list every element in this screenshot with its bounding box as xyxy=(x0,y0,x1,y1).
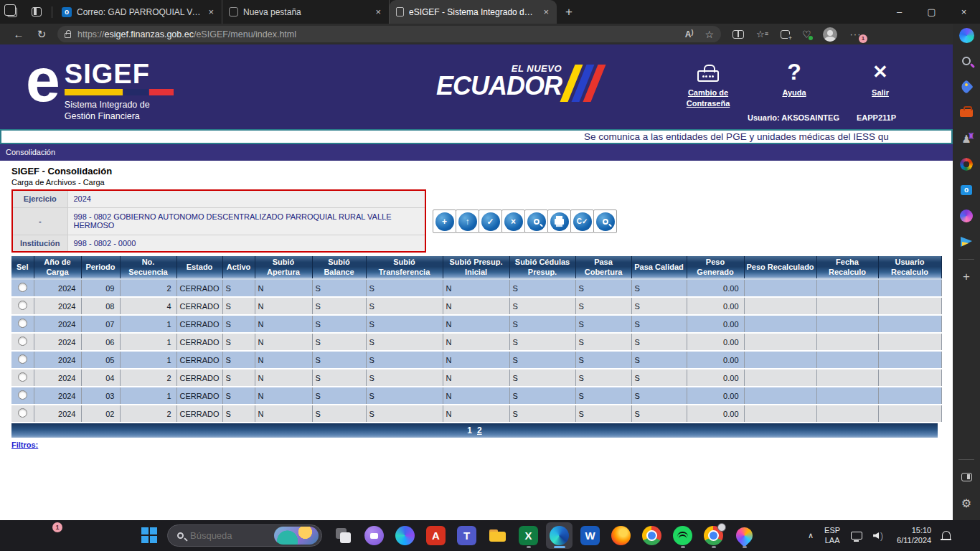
new-file-button[interactable]: + xyxy=(433,209,456,233)
panel-sidebar-button[interactable] xyxy=(958,468,975,486)
tab-close-icon[interactable]: × xyxy=(374,6,382,17)
row-select-radio[interactable] xyxy=(18,336,27,346)
widgets-button[interactable]: 1 xyxy=(39,525,61,547)
preview-button[interactable] xyxy=(524,209,548,233)
row-select-radio[interactable] xyxy=(18,283,27,292)
delete-button[interactable]: × xyxy=(501,209,525,233)
acrobat-icon[interactable]: A xyxy=(423,522,449,549)
search-input[interactable] xyxy=(190,530,268,541)
chrome-icon[interactable] xyxy=(639,522,665,549)
upload-file-button[interactable]: ↑ xyxy=(456,209,479,233)
edge-icon[interactable] xyxy=(546,522,573,549)
split-screen-icon[interactable] xyxy=(732,30,744,39)
paint-drop-icon[interactable] xyxy=(731,522,758,549)
chrome-profile-icon[interactable] xyxy=(700,522,727,549)
tray-overflow-chevron-icon[interactable]: ∧ xyxy=(808,531,814,540)
cell-pasa-cobertura: S xyxy=(575,279,631,297)
file-explorer-icon[interactable] xyxy=(484,522,511,549)
row-select-radio[interactable] xyxy=(18,319,27,328)
search-sidebar-button[interactable] xyxy=(958,52,975,70)
add-sidebar-button[interactable]: + xyxy=(958,268,975,286)
favorites-icon[interactable]: ☆ xyxy=(756,29,768,39)
cell-peso-recalculado xyxy=(744,387,816,405)
close-button[interactable]: × xyxy=(948,0,980,24)
cell-no-secuencia: 1 xyxy=(120,315,176,333)
tab-close-icon[interactable]: × xyxy=(207,6,215,17)
drop-sidebar-button[interactable] xyxy=(958,233,975,250)
chrome-logo xyxy=(642,526,661,545)
chat-icon[interactable] xyxy=(361,522,387,549)
address-bar[interactable]: https://esigef.finanzas.gob.ec/eSIGEF/me… xyxy=(57,26,721,42)
start-button[interactable] xyxy=(141,527,157,543)
outlook-sidebar-button[interactable]: o xyxy=(958,182,975,199)
browser-tab[interactable]: eSIGEF - Sistema Integrado de G× xyxy=(390,0,557,24)
cell-subio-balance: S xyxy=(312,315,366,333)
page-content: SIGEF - Consolidación Carga de Archivos … xyxy=(0,161,953,520)
settings-sidebar-button[interactable]: ⚙ xyxy=(958,494,975,512)
cell-peso-recalculado xyxy=(744,315,816,333)
m365-sidebar-button[interactable] xyxy=(958,156,975,173)
workspaces-button[interactable] xyxy=(0,0,24,24)
games-sidebar-button[interactable]: ♟ xyxy=(958,130,975,147)
logo-e-glyph: e xyxy=(26,52,60,108)
column-header-peso-generado: Peso Generado xyxy=(687,256,744,279)
print-button[interactable] xyxy=(547,209,571,233)
row-select-radio[interactable] xyxy=(18,408,27,418)
copilot-icon[interactable] xyxy=(392,522,418,549)
read-aloud-icon[interactable]: A xyxy=(685,29,694,39)
language-indicator[interactable]: ESPLAA xyxy=(824,526,840,545)
more-menu-icon[interactable]: ···1 xyxy=(849,29,861,39)
favorite-star-icon[interactable]: ☆ xyxy=(705,29,714,40)
row-select-radio[interactable] xyxy=(18,354,27,364)
network-icon[interactable] xyxy=(851,532,862,540)
help-button[interactable]: ?Ayuda xyxy=(763,57,825,109)
menu-bar-consolidacion[interactable]: Consolidación xyxy=(0,144,953,161)
browser-essentials-icon[interactable]: ♡ xyxy=(802,29,811,40)
collections-icon[interactable] xyxy=(781,30,790,39)
approve-button[interactable]: C✓ xyxy=(570,209,594,233)
task-view-icon[interactable] xyxy=(330,522,357,549)
cell-periodo: 06 xyxy=(81,333,120,351)
cell-fecha-recalculo xyxy=(816,405,878,423)
row-select-radio[interactable] xyxy=(18,372,27,382)
browser-tab[interactable]: oCorreo: GAD PARROQUIAL VALLE× xyxy=(55,0,222,24)
shopping-sidebar-button[interactable] xyxy=(958,78,975,95)
maximize-button[interactable]: ▢ xyxy=(915,0,948,24)
word-icon[interactable]: W xyxy=(577,522,603,549)
teams-icon[interactable]: T xyxy=(453,522,480,549)
taskbar-search[interactable] xyxy=(167,524,322,547)
notifications-bell-icon[interactable] xyxy=(942,531,951,539)
refresh-button[interactable]: ↻ xyxy=(30,28,53,41)
browser-tab[interactable]: Nueva pestaña× xyxy=(222,0,390,24)
page-link-2[interactable]: 2 xyxy=(477,425,482,435)
cell-anio-carga: 2024 xyxy=(34,315,81,333)
cell-pasa-calidad: S xyxy=(631,333,687,351)
row-select-radio[interactable] xyxy=(18,390,27,400)
excel-icon[interactable]: X xyxy=(515,522,542,549)
cell-periodo: 09 xyxy=(81,279,120,297)
consult-button[interactable] xyxy=(593,209,617,233)
designer-sidebar-button[interactable] xyxy=(958,207,975,225)
cell-no-secuencia: 1 xyxy=(120,387,176,405)
profile-avatar[interactable] xyxy=(823,27,837,42)
tab-close-icon[interactable]: × xyxy=(542,6,550,17)
spotify-icon[interactable] xyxy=(669,522,696,549)
outlook-favicon-icon: o xyxy=(62,7,72,17)
search-highlight-image[interactable] xyxy=(274,527,319,545)
validate-button[interactable]: ✓ xyxy=(479,209,502,233)
row-select-radio[interactable] xyxy=(18,301,27,310)
new-tab-button[interactable]: + xyxy=(557,5,581,19)
exit-button[interactable]: ✕Salir xyxy=(849,57,911,109)
minimize-button[interactable]: – xyxy=(883,0,915,24)
c-check-icon: C✓ xyxy=(573,212,592,231)
back-button[interactable]: ← xyxy=(7,28,30,40)
copilot-sidebar-button[interactable] xyxy=(958,27,975,44)
filters-link[interactable]: Filtros: xyxy=(11,441,38,449)
change-password-button[interactable]: Cambio deContraseña xyxy=(677,57,739,109)
tab-actions-button[interactable] xyxy=(24,0,49,24)
firefox-icon[interactable] xyxy=(608,522,634,549)
toolbox-sidebar-button[interactable] xyxy=(958,104,975,121)
firefox-logo xyxy=(611,526,631,545)
clock[interactable]: 15:106/11/2024 xyxy=(897,526,931,546)
volume-icon[interactable] xyxy=(873,531,886,541)
